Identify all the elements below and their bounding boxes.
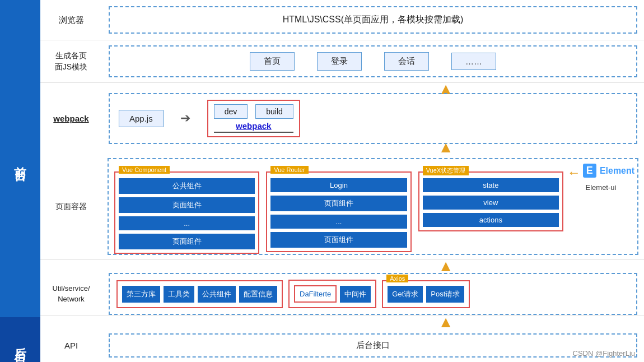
util-group-1: 第三方库 工具类 公共组件 配置信息 — [116, 280, 283, 308]
module-login: 登录 — [317, 52, 362, 71]
page-container-label: 页面容器 — [40, 154, 102, 259]
webpack-inner-label: webpack — [214, 121, 293, 133]
js-modules-label: 生成各页 面JS模块 — [40, 40, 102, 82]
vue-router-item-2: 页面组件 — [270, 196, 407, 211]
element-logo: E Element — [583, 164, 634, 178]
vue-component-block: Vue Component 公共组件 页面组件 ... 页面组件 — [114, 171, 259, 254]
element-ui-label: Elemet-ui — [586, 183, 617, 192]
util-tools: 工具类 — [164, 286, 194, 303]
main-container: 前台 后台 浏览器 HTML\JS\CSS(单页面应用，各模块按需加载) 生成各… — [0, 0, 644, 362]
util-body: 第三方库 工具类 公共组件 配置信息 DaFilterte 中间件 Axios … — [102, 272, 644, 315]
element-logo-text: Element — [600, 166, 634, 176]
page-container-section: 页面容器 Vue Component 公共组件 页面组件 ... 页面组件 Vu… — [40, 154, 644, 260]
appjs-box: App.js — [119, 110, 164, 127]
vue-component-item-3: ... — [119, 216, 255, 230]
devbuild-top: dev build — [214, 104, 293, 119]
vue-component-item-1: 公共组件 — [119, 178, 255, 194]
js-modules-row: 生成各页 面JS模块 首页 登录 会话 …… — [40, 40, 644, 83]
arrow-right-icon: ➔ — [180, 111, 190, 126]
browser-row: 浏览器 HTML\JS\CSS(单页面应用，各模块按需加载) — [40, 0, 644, 40]
util-middleware: 中间件 — [340, 286, 371, 303]
browser-body: HTML\JS\CSS(单页面应用，各模块按需加载) — [102, 0, 644, 40]
vue-router-header: Vue Router — [270, 166, 308, 174]
arrow-2: ▲ — [40, 141, 644, 154]
browser-box: HTML\JS\CSS(单页面应用，各模块按需加载) — [109, 6, 637, 34]
module-homepage: 首页 — [250, 52, 295, 71]
content-wrapper: 浏览器 HTML\JS\CSS(单页面应用，各模块按需加载) 生成各页 面JS模… — [40, 0, 644, 362]
js-modules-body: 首页 登录 会话 …… — [102, 40, 644, 82]
vue-router-item-1: Login — [270, 178, 407, 192]
page-container-body: Vue Component 公共组件 页面组件 ... 页面组件 Vue Rou… — [102, 154, 644, 259]
module-ellipsis: …… — [451, 53, 496, 70]
dev-box: dev — [214, 104, 248, 119]
build-box: build — [255, 104, 293, 119]
vue-component-header: Vue Component — [119, 166, 170, 174]
webpack-underline-text: webpack — [236, 121, 271, 131]
vuex-header: VueX状态管理 — [423, 166, 469, 175]
dafilter-box: DaFilterte — [294, 285, 337, 303]
api-row: API 后台接口 — [40, 328, 644, 362]
webpack-devbuild-box: dev build webpack — [207, 100, 300, 137]
util-row: Util/service/ Network 第三方库 工具类 公共组件 配置信息… — [40, 272, 644, 316]
webpack-label-text: webpack — [53, 113, 88, 124]
util-get: Get请求 — [388, 286, 423, 303]
vuex-actions: actions — [423, 213, 559, 227]
vuex-view: view — [423, 196, 559, 210]
webpack-label: webpack — [40, 95, 102, 141]
arrow-left-icon: ← — [567, 165, 581, 180]
util-group-3: Axios Get请求 Post请求 — [382, 280, 470, 308]
webpack-row: webpack App.js ➔ dev build webpack — [40, 95, 644, 141]
api-label: API — [40, 328, 102, 362]
vue-component-item-4: 页面组件 — [119, 234, 255, 249]
util-post: Post请求 — [426, 286, 464, 303]
vue-router-block: Vue Router Login 页面组件 ... 页面组件 — [266, 171, 411, 252]
sidebar-front-label: 前台 — [12, 156, 29, 161]
page-container-inner: Vue Component 公共组件 页面组件 ... 页面组件 Vue Rou… — [108, 158, 638, 255]
vue-component-item-2: 页面组件 — [119, 197, 255, 213]
sidebar-back: 后台 — [0, 317, 40, 362]
util-config: 配置信息 — [239, 286, 277, 303]
webpack-body: App.js ➔ dev build webpack — [102, 95, 644, 141]
util-group-2: DaFilterte 中间件 — [288, 280, 376, 308]
vuex-state: state — [423, 178, 559, 192]
element-ui-area: ← E Element Elemet-ui — [570, 164, 632, 192]
left-sidebar: 前台 后台 — [0, 0, 40, 362]
module-chat: 会话 — [384, 52, 429, 71]
vue-router-item-3: ... — [270, 215, 407, 229]
util-inner: 第三方库 工具类 公共组件 配置信息 DaFilterte 中间件 Axios … — [109, 273, 637, 315]
api-box: 后台接口 — [109, 333, 637, 358]
webpack-inner: App.js ➔ dev build webpack — [109, 93, 637, 144]
util-thirdparty: 第三方库 — [122, 286, 160, 303]
sidebar-back-label: 后台 — [12, 337, 29, 342]
api-body: 后台接口 — [102, 328, 644, 362]
browser-label: 浏览器 — [40, 0, 102, 40]
watermark: CSDN @FighterLiu — [573, 349, 635, 358]
js-modules-container: 首页 登录 会话 …… — [109, 45, 637, 77]
arrow-4: ▲ — [40, 316, 644, 328]
vue-router-item-4: 页面组件 — [270, 232, 407, 248]
vuex-block: VueX状态管理 state view actions — [418, 171, 563, 231]
util-label: Util/service/ Network — [40, 272, 102, 315]
sidebar-front: 前台 — [0, 0, 40, 317]
axios-header: Axios — [386, 275, 408, 282]
util-common: 公共组件 — [198, 286, 236, 303]
arrow-3: ▲ — [40, 260, 644, 272]
element-icon: E — [583, 164, 596, 178]
